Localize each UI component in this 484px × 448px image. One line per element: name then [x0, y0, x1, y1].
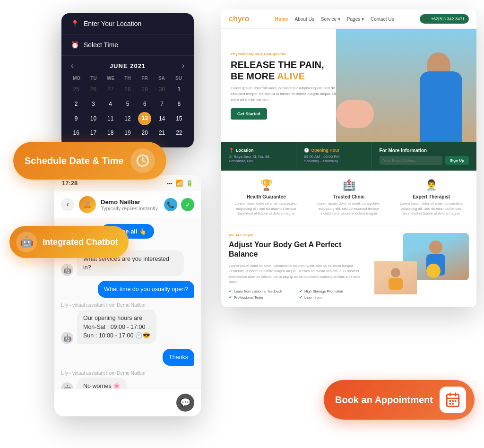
- calendar-day[interactable]: 2: [68, 97, 84, 111]
- feature-therapist-title: Expert Therapist: [394, 194, 469, 199]
- calendar-day[interactable]: 26: [85, 83, 101, 96]
- chatbot-back-btn[interactable]: [61, 198, 74, 211]
- calendar-day[interactable]: 4: [103, 97, 119, 111]
- feature-health-icon: 🏆: [229, 179, 304, 191]
- chatbot-badge[interactable]: 🤖 Integrated Chatbot: [9, 226, 129, 258]
- feature-clinic-icon: 🏥: [311, 179, 387, 191]
- chatbot-widget: 17:28 ▪▪▪ 📶 🔋 Demo Nailbar Typically rep…: [54, 175, 201, 416]
- calendar-prev-btn[interactable]: ‹: [71, 61, 73, 70]
- calendar-time-row[interactable]: ⏰ Select Time: [61, 34, 194, 56]
- feature-health: 🏆 Health Guarantee Lorem ipsum dolor sit…: [229, 179, 304, 216]
- chatbot-check-btn[interactable]: ✓: [181, 198, 194, 211]
- calendar-day-active[interactable]: 13: [138, 112, 151, 125]
- nav-pages[interactable]: Pages ▾: [347, 17, 364, 22]
- calendar-day[interactable]: 8: [171, 97, 187, 111]
- chatbot-badge-label: Integrated Chatbot: [43, 237, 118, 247]
- calendar-day[interactable]: 19: [120, 126, 136, 140]
- section2-checklist: Learn from customer feedback High Stanag…: [229, 289, 368, 300]
- calendar-next-btn[interactable]: ›: [182, 61, 184, 70]
- calendar-day[interactable]: 3: [85, 97, 101, 111]
- check-item-2: High Stanage Promotion: [299, 289, 368, 293]
- calendar-day[interactable]: 20: [137, 126, 153, 140]
- nav-home[interactable]: Home: [275, 17, 288, 22]
- chatbot-call-btn[interactable]: 📞: [164, 198, 177, 211]
- calendar-day[interactable]: 9: [68, 112, 84, 126]
- day-tu: TU: [85, 74, 102, 83]
- book-appointment-badge[interactable]: Book an Appointment: [324, 380, 475, 420]
- calendar-day[interactable]: 29: [137, 83, 153, 96]
- website-nav: chyro Home About Us Service ▾ Pages ▾ Co…: [221, 9, 476, 29]
- website-nav-links: Home About Us Service ▾ Pages ▾ Contact …: [275, 17, 394, 22]
- section2-content: We Are Chyro Adjust Your Body Get A Perf…: [229, 233, 368, 300]
- calendar-day[interactable]: 1: [171, 83, 187, 96]
- hero-right: [336, 29, 476, 142]
- calendar-day[interactable]: 14: [154, 112, 170, 126]
- calendar-day[interactable]: 17: [85, 126, 101, 140]
- chatbot-avatar: [79, 196, 96, 213]
- calendar-day[interactable]: 10: [85, 112, 101, 126]
- signal-icon: ▪▪▪: [167, 181, 173, 186]
- calendar-time-label: Select Time: [84, 41, 118, 49]
- calendar-widget: 📍 Enter Your Location ⏰ Select Time ‹ JU…: [61, 13, 194, 147]
- day-su: SU: [170, 74, 187, 83]
- calendar-day[interactable]: 27: [103, 83, 119, 96]
- hours-icon: 🕐: [304, 148, 309, 153]
- day-th: TH: [119, 74, 136, 83]
- calendar-day[interactable]: 15: [171, 112, 187, 126]
- calendar-day[interactable]: 16: [68, 126, 84, 140]
- section2-desc: Lorem ipsum dolor sit amet, consectetur …: [229, 263, 368, 284]
- chatbot-back-actions: [61, 198, 74, 211]
- nav-about[interactable]: About Us: [295, 17, 314, 22]
- calendar-day[interactable]: 6: [137, 97, 153, 111]
- chatbot-bot-label3: Lily - virtual assistant from Demo Nailb…: [61, 370, 194, 376]
- wifi-icon: 📶: [175, 180, 183, 187]
- chatbot-compose-icon[interactable]: 💬: [176, 394, 194, 412]
- calendar-day[interactable]: 7: [154, 97, 170, 111]
- info-newsletter: For More Information Sign Up: [372, 142, 476, 171]
- svg-point-4: [391, 268, 400, 277]
- nav-contact[interactable]: Contact Us: [371, 17, 394, 22]
- calendar-day[interactable]: 28: [120, 83, 136, 96]
- chatbot-header-actions: 📞 ✓: [164, 198, 194, 211]
- website-section2: We Are Chyro Adjust Your Body Get A Perf…: [221, 225, 476, 308]
- info-location: 📍 Location Jl. Raya Saur XI, No. 88,Denp…: [221, 142, 296, 171]
- chatbot-footer: 💬: [54, 388, 201, 416]
- feature-therapist-desc: Lorem ipsum dolor sit amet, consectetur …: [394, 201, 469, 216]
- calendar-day[interactable]: 30: [154, 83, 170, 96]
- decorative-yellow-dot: [426, 264, 441, 278]
- chatbot-robot-icon: 🤖: [16, 232, 37, 252]
- hero-desc: Lorem ipsum dolor sit amet, consectetur …: [231, 86, 339, 103]
- info-newsletter-input[interactable]: [380, 156, 442, 165]
- website-preview: chyro Home About Us Service ▾ Pages ▾ Co…: [221, 9, 476, 307]
- feature-clinic: 🏥 Trusted Clinic Lorem ipsum dolor sit a…: [311, 179, 387, 216]
- calendar-day[interactable]: 18: [103, 126, 119, 140]
- calendar-day[interactable]: 22: [171, 126, 187, 140]
- hero-image: [336, 29, 476, 142]
- chatbot-thanks-msg: Thanks: [163, 349, 194, 366]
- hero-badge: Physiotherapist & Chiropractic: [231, 52, 339, 56]
- svg-point-2: [429, 241, 442, 254]
- chatbot-bot-avatar: 🤖: [61, 264, 73, 276]
- hero-title-line2: BE MORE: [231, 71, 275, 81]
- chatbot-info: Demo Nailbar Typically replies instantly: [101, 198, 159, 211]
- svg-point-1: [85, 201, 89, 205]
- info-hours: 🕐 Opening Hour 09:00 AM - 06:00 PMSaturd…: [296, 142, 372, 171]
- schedule-badge[interactable]: Schedule Date & Time: [13, 142, 166, 180]
- calendar-grid: 25 26 27 28 29 30 1 2 3 4 5 6 7 8 9 10 1…: [61, 83, 194, 147]
- svg-rect-5: [389, 278, 403, 290]
- info-location-title: 📍 Location: [229, 148, 288, 153]
- feature-clinic-desc: Lorem ipsum dolor sit amet, consectetur …: [311, 201, 387, 216]
- calendar-day[interactable]: 21: [154, 126, 170, 140]
- info-newsletter-btn[interactable]: Sign Up: [445, 156, 469, 165]
- calendar-day[interactable]: 12: [120, 112, 136, 126]
- location-icon: 📍: [229, 148, 234, 153]
- day-mo: MO: [68, 74, 85, 83]
- calendar-day[interactable]: 25: [68, 83, 84, 96]
- nav-service[interactable]: Service ▾: [321, 17, 340, 22]
- calendar-month-year: JUNE 2021: [110, 62, 146, 69]
- calendar-day[interactable]: 11: [103, 112, 119, 126]
- section2-badge: We Are Chyro: [229, 233, 368, 237]
- calendar-location-row[interactable]: 📍 Enter Your Location: [61, 13, 194, 34]
- hero-cta-btn[interactable]: Get Started: [231, 108, 267, 120]
- calendar-day[interactable]: 5: [120, 97, 136, 111]
